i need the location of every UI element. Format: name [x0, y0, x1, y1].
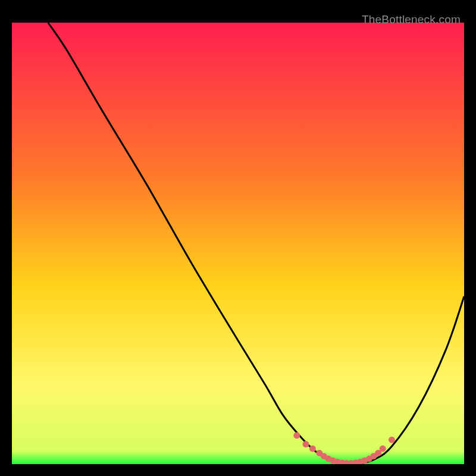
chart-background	[12, 23, 464, 464]
chart-canvas	[12, 12, 464, 464]
watermark-label: TheBottleneck.com	[362, 13, 461, 26]
valley-dot	[303, 441, 309, 447]
chart-frame: TheBottleneck.com	[12, 12, 464, 464]
valley-dot	[293, 432, 300, 439]
valley-dot	[309, 446, 316, 452]
valley-dot	[380, 446, 386, 452]
valley-dot	[389, 437, 395, 443]
